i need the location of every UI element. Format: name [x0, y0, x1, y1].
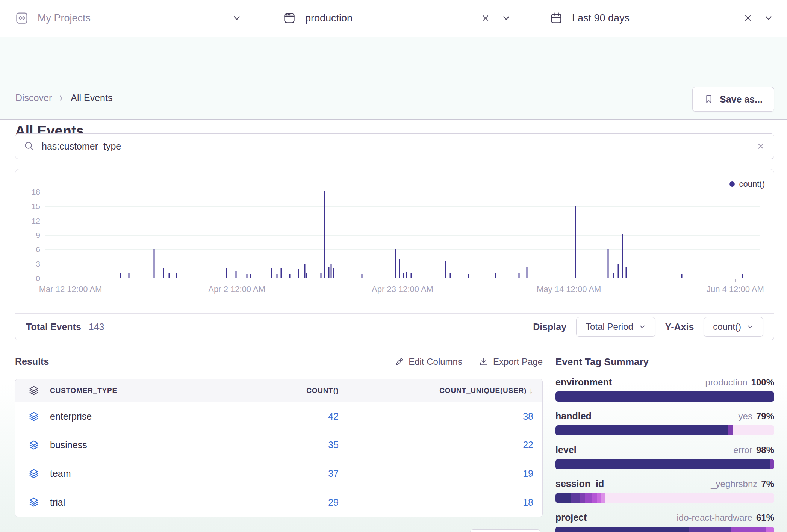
save-as-button[interactable]: Save as... [692, 87, 774, 112]
cell-count[interactable]: 37 [328, 468, 339, 479]
tag-key: level [555, 444, 577, 455]
chart-bar [163, 268, 164, 278]
stack-icon [28, 468, 39, 479]
tag-bar-segment [731, 527, 766, 532]
x-tick-label: May 14 12:00 AM [537, 284, 601, 294]
cell-count-unique[interactable]: 22 [523, 440, 533, 450]
cell-count[interactable]: 42 [328, 411, 339, 422]
cell-count-unique[interactable]: 19 [523, 468, 533, 479]
total-events-label: Total Events [26, 322, 81, 332]
tag-rows: environmentproduction100%handledyes79%le… [555, 377, 774, 532]
y-tick-label: 15 [32, 202, 40, 211]
column-header-count[interactable]: COUNT() [306, 387, 339, 395]
chart-bar [742, 274, 743, 278]
next-page-button[interactable] [505, 529, 540, 532]
results-table-body: enterprise4238business3522team3719trial2… [15, 402, 542, 517]
gridline [45, 235, 760, 236]
date-clear-icon[interactable] [743, 13, 753, 23]
chart-bar [575, 206, 576, 278]
tag-distribution-bar[interactable] [555, 391, 774, 402]
column-header-customer-type[interactable]: CUSTOMER_TYPE [50, 387, 117, 395]
gridline [45, 249, 760, 250]
total-events-value: 143 [89, 322, 104, 332]
tag-key: session_id [555, 478, 604, 489]
breadcrumb-separator-icon [57, 94, 65, 102]
previous-page-button[interactable] [470, 529, 505, 532]
y-axis-dropdown[interactable]: count() [704, 317, 763, 337]
event-tag-summary-title: Event Tag Summary [555, 356, 774, 368]
chart-bar [246, 274, 247, 278]
tag-row-level: levelerror98% [555, 444, 774, 469]
gridline [45, 264, 760, 264]
chart-bar [526, 267, 527, 278]
chart-bar [617, 264, 619, 278]
results-header: Results Edit Columns Export Page [15, 356, 543, 367]
tag-distribution-bar[interactable] [555, 459, 774, 469]
x-tick-label: Mar 12 12:00 AM [39, 284, 102, 294]
chart-bar [276, 274, 277, 278]
chart-y-axis: 0369121518 [15, 192, 40, 278]
chart-bar [395, 249, 396, 278]
project-selector[interactable]: My Projects [15, 0, 242, 36]
tag-bar-segment [555, 391, 774, 402]
cell-count[interactable]: 29 [328, 497, 339, 508]
chart-bar [321, 273, 322, 278]
chevron-down-icon [746, 323, 754, 331]
chart-bar [328, 267, 330, 278]
tag-bar-segment [592, 493, 597, 503]
cell-count-unique[interactable]: 18 [523, 497, 533, 508]
discover-page: My Projects production [0, 0, 787, 532]
chart-bar [399, 259, 400, 278]
stack-icon[interactable] [28, 385, 39, 396]
events-chart-panel: count() 0369121518 Total Events 143 Disp… [15, 169, 774, 340]
y-axis-label: Y-Axis [665, 322, 694, 332]
chart-bar [168, 273, 170, 278]
export-page-button[interactable]: Export Page [479, 357, 543, 367]
search-bar[interactable]: has:customer_type [15, 133, 774, 159]
cell-count-unique[interactable]: 38 [523, 411, 533, 422]
x-tick [237, 279, 237, 282]
table-row: business3522 [15, 431, 542, 459]
breadcrumb-discover[interactable]: Discover [15, 92, 52, 103]
project-chevron-down-icon[interactable] [231, 12, 242, 24]
cell-count[interactable]: 35 [328, 440, 339, 450]
tag-top-value: ido-react-hardware [677, 512, 752, 523]
x-tick-label: Apr 2 12:00 AM [208, 284, 265, 294]
tag-bar-segment [555, 493, 571, 503]
tag-top-value: production [705, 377, 748, 388]
chart-bar [681, 274, 682, 278]
display-dropdown[interactable]: Total Period [576, 317, 655, 337]
topbar-divider [528, 7, 528, 29]
project-selector-label: My Projects [38, 12, 91, 24]
column-header-count-unique[interactable]: COUNT_UNIQUE(USER) ↓ [439, 386, 533, 396]
download-icon [479, 357, 489, 367]
chart-bar [120, 273, 121, 278]
date-range-selector[interactable]: Last 90 days [549, 0, 774, 36]
cell-customer-type: trial [50, 497, 65, 508]
chart-bar [304, 264, 305, 278]
chart-bar [406, 272, 407, 278]
tag-bar-segment [733, 425, 774, 435]
window-icon [283, 11, 296, 25]
edit-columns-button[interactable]: Edit Columns [394, 357, 462, 367]
date-chevron-down-icon[interactable] [763, 12, 774, 24]
tag-distribution-bar[interactable] [555, 493, 774, 503]
chart-bar [450, 273, 451, 278]
tag-distribution-bar[interactable] [555, 425, 774, 435]
tag-bar-segment [770, 459, 774, 469]
environment-selector[interactable]: production [283, 0, 512, 36]
chart-footer: Total Events 143 Display Total Period Y-… [15, 313, 774, 340]
chart-bar [324, 191, 325, 278]
legend-dot-icon [729, 181, 735, 187]
breadcrumb: Discover All Events [15, 92, 112, 103]
search-input[interactable]: has:customer_type [42, 141, 756, 152]
environment-clear-icon[interactable] [480, 13, 491, 23]
environment-chevron-down-icon[interactable] [501, 12, 512, 24]
chart-bar [271, 268, 272, 278]
chart-legend[interactable]: count() [729, 179, 765, 189]
chart-bar [622, 234, 623, 278]
cell-customer-type: business [50, 440, 87, 450]
search-clear-icon[interactable] [756, 141, 766, 151]
tag-distribution-bar[interactable] [555, 527, 774, 532]
tag-bar-segment [605, 493, 774, 503]
